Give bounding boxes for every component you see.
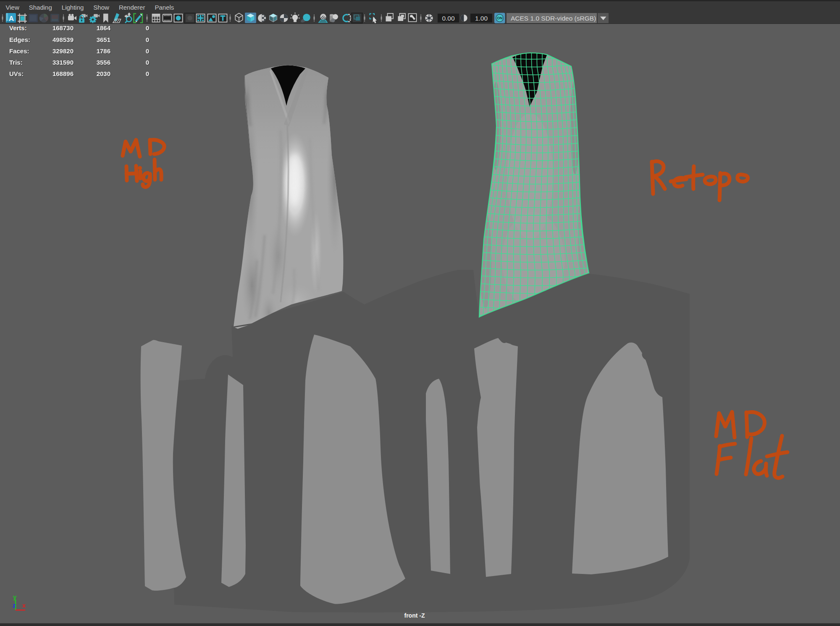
svg-text:A: A [9, 15, 14, 23]
svg-text:ON: ON [497, 16, 503, 20]
svg-text:1.00: 1.00 [475, 15, 488, 22]
svg-text:ACES 1.0 SDR-video (sRGB): ACES 1.0 SDR-video (sRGB) [511, 15, 596, 22]
svg-text:x: x [22, 602, 26, 609]
svg-text:y: y [13, 593, 17, 600]
svg-text:0.00: 0.00 [442, 15, 455, 22]
svg-text:z: z [13, 602, 16, 609]
